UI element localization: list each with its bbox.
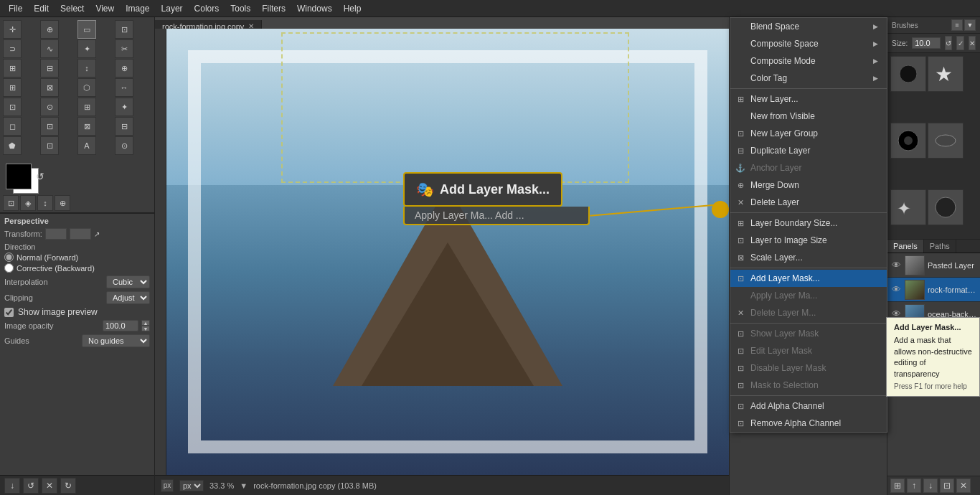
foreground-color-swatch[interactable] — [6, 164, 32, 189]
tool-pencil[interactable]: ⊕ — [115, 59, 133, 77]
ctx-delete-layer-mask[interactable]: ✕ Delete Layer M... — [730, 304, 887, 321]
ctx-layer-boundary-size[interactable]: ⊞ Layer Boundary Size... — [730, 214, 887, 232]
show-preview-checkbox[interactable] — [4, 308, 14, 317]
tool-heal[interactable]: ⊞ — [77, 98, 96, 116]
menu-filters[interactable]: Filters — [256, 2, 291, 15]
tool-extra2[interactable]: ◈ — [20, 195, 36, 211]
tool-free-select[interactable]: ∿ — [40, 39, 59, 58]
brush-item[interactable] — [890, 123, 926, 159]
zoom-dropdown-icon[interactable]: ▼ — [240, 481, 248, 490]
brush-reset-btn[interactable]: ↺ — [945, 36, 952, 50]
ctx-edit-layer-mask[interactable]: ⊡ Edit Layer Mask — [730, 342, 887, 359]
transform-arrow[interactable]: ↗ — [94, 230, 100, 238]
canvas-content[interactable]: 🎭 Add Layer Mask... Apply Layer Ma... Ad… — [166, 29, 729, 475]
ctx-disable-layer-mask[interactable]: ⊡ Disable Layer Mask — [730, 359, 887, 377]
tab-paths[interactable]: Paths — [924, 240, 956, 253]
ctx-merge-down[interactable]: ⊕ Merge Down — [730, 176, 887, 194]
layer-copy-btn[interactable]: ⊡ — [940, 478, 954, 493]
direction-normal-radio[interactable] — [4, 253, 14, 262]
brush-apply-btn[interactable]: ✓ — [956, 36, 963, 50]
tool-clone[interactable]: ⊙ — [40, 98, 59, 116]
transform-box1[interactable] — [45, 228, 67, 240]
tool-extra1[interactable]: ⊡ — [3, 195, 19, 211]
brush-size-input[interactable] — [912, 37, 941, 49]
ctx-blend-space[interactable]: Blend Space — [730, 18, 887, 35]
menu-help[interactable]: Help — [338, 2, 367, 15]
tool-perspective[interactable]: ⬡ — [77, 78, 96, 97]
tool-dodge[interactable]: ⊠ — [77, 117, 96, 136]
ctx-composite-space[interactable]: Composite Space — [730, 35, 887, 52]
brush-item[interactable]: ★ — [928, 56, 963, 92]
ctx-composite-mode[interactable]: Composite Mode — [730, 52, 887, 70]
tool-shear[interactable]: ⊠ — [40, 78, 59, 97]
tool-smudge[interactable]: ⊡ — [40, 117, 59, 136]
ctx-delete-layer[interactable]: ✕ Delete Layer — [730, 194, 887, 211]
ctx-anchor-layer[interactable]: ⚓ Anchor Layer — [730, 159, 887, 176]
ctx-new-from-visible[interactable]: New from Visible — [730, 108, 887, 125]
menu-colors[interactable]: Colors — [189, 2, 225, 15]
tool-extra4[interactable]: ⊕ — [55, 195, 70, 211]
ctx-show-layer-mask[interactable]: ⊡ Show Layer Mask — [730, 325, 887, 342]
opacity-input[interactable] — [103, 320, 138, 331]
ctx-color-tag[interactable]: Color Tag — [730, 70, 887, 87]
tool-move[interactable]: ✛ — [3, 20, 22, 39]
ctx-layer-to-image-size[interactable]: ⊡ Layer to Image Size — [730, 232, 887, 249]
tb-undo[interactable]: ↺ — [23, 478, 39, 494]
tool-flip[interactable]: ↔ — [115, 78, 133, 97]
ctx-add-alpha-channel[interactable]: ⊡ Add Alpha Channel — [730, 397, 887, 415]
tool-extra3[interactable]: ↕ — [37, 195, 53, 211]
ctx-scale-layer[interactable]: ⊠ Scale Layer... — [730, 249, 887, 266]
brush-delete-btn[interactable]: ✕ — [969, 36, 976, 50]
tool-rectangle-select[interactable]: ▭ — [77, 20, 96, 39]
tool-align[interactable]: ⊟ — [40, 59, 59, 77]
tool-ink[interactable]: ⊟ — [115, 117, 133, 136]
clipping-select[interactable]: Adjust Clip — [106, 291, 150, 304]
guides-select[interactable]: No guides Rule of thirds — [82, 334, 150, 347]
brush-item[interactable]: ✦ — [890, 189, 926, 225]
tool-measure[interactable]: ⊞ — [3, 59, 22, 77]
menu-edit[interactable]: Edit — [28, 2, 55, 15]
brushes-menu-btn[interactable]: ≡ — [951, 19, 963, 31]
direction-corrective-radio[interactable] — [4, 263, 14, 273]
menu-tools[interactable]: Tools — [225, 2, 256, 15]
layer-lower-btn[interactable]: ↓ — [923, 478, 938, 493]
tool-path[interactable]: ↕ — [77, 59, 96, 77]
direction-normal[interactable]: Normal (Forward) — [4, 253, 150, 262]
tool-text[interactable]: ⊡ — [3, 98, 22, 116]
ctx-add-layer-mask[interactable]: ⊡ Add Layer Mask... — [730, 270, 887, 287]
opacity-down[interactable]: ▼ — [141, 326, 150, 331]
tool-blend[interactable]: ⊡ — [40, 136, 59, 155]
menu-select[interactable]: Select — [55, 2, 90, 15]
tb-delete[interactable]: ✕ — [42, 478, 57, 494]
ctx-duplicate-layer[interactable]: ⊟ Duplicate Layer — [730, 142, 887, 159]
tab-panels[interactable]: Panels — [887, 240, 924, 253]
layer-raise-btn[interactable]: ↑ — [907, 478, 921, 493]
status-btn1[interactable]: px — [161, 479, 174, 492]
tool-lasso[interactable]: ⊃ — [3, 39, 22, 58]
tool-bucket[interactable]: ⬟ — [3, 136, 22, 155]
tool-scale[interactable]: ⊞ — [3, 78, 22, 97]
tool-erase[interactable]: ◻ — [3, 117, 22, 136]
layer-eye-rock[interactable]: 👁 — [890, 284, 902, 295]
tool-color-picker2[interactable]: A — [77, 136, 96, 155]
ctx-mask-to-selection[interactable]: ⊡ Mask to Selection — [730, 377, 887, 394]
menu-layer[interactable]: Layer — [156, 2, 189, 15]
tool-brush[interactable]: ✦ — [115, 98, 133, 116]
transform-box2[interactable] — [70, 228, 91, 240]
ctx-new-layer[interactable]: ⊞ New Layer... — [730, 90, 887, 108]
layer-delete-btn[interactable]: ✕ — [956, 478, 971, 493]
tool-color-picker[interactable]: ✂ — [115, 39, 133, 58]
tb-refresh[interactable]: ↻ — [60, 478, 76, 494]
tool-fuzzy-select[interactable]: ✦ — [77, 39, 96, 58]
brush-item[interactable] — [928, 189, 963, 225]
ctx-new-layer-group[interactable]: ⊡ New Layer Group — [730, 125, 887, 142]
ctx-apply-layer-mask[interactable]: Apply Layer Ma... — [730, 287, 887, 304]
direction-corrective[interactable]: Corrective (Backward) — [4, 263, 150, 273]
tool-crop[interactable]: ⊡ — [115, 20, 133, 39]
brush-item[interactable] — [928, 123, 963, 159]
brushes-close-btn[interactable]: ▼ — [964, 19, 976, 31]
brush-item[interactable] — [890, 56, 926, 92]
menu-view[interactable]: View — [90, 2, 120, 15]
opacity-up[interactable]: ▲ — [141, 320, 150, 326]
menu-windows[interactable]: Windows — [291, 2, 338, 15]
